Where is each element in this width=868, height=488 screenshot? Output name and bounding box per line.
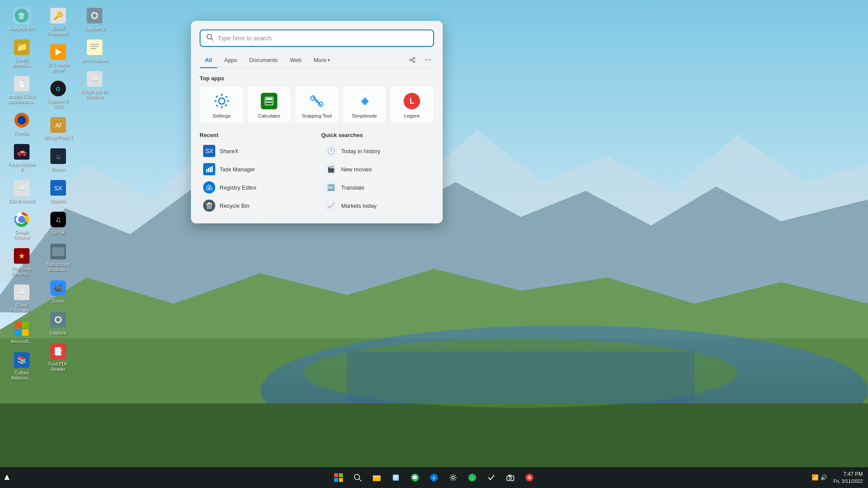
desktop-icon-foxit[interactable]: 📑 Foxit PDF Reader bbox=[41, 340, 76, 375]
svg-rect-111 bbox=[339, 478, 343, 482]
taskbar-left bbox=[0, 474, 87, 481]
desktop-icon-capture[interactable]: Capture bbox=[41, 308, 76, 338]
svg-rect-86 bbox=[266, 98, 272, 100]
desktop-icon-tiktok[interactable]: ♫ TikTok bbox=[41, 208, 76, 238]
recent-taskmanager[interactable]: Task Manager bbox=[200, 160, 312, 178]
svg-rect-59 bbox=[87, 39, 102, 55]
desktop-icon-rdr[interactable]: ★ Red Dead Redemp... bbox=[4, 245, 39, 279]
desktop-icon-icloud-pl[interactable]: ☁️ iCloud Plasmater... bbox=[4, 281, 39, 316]
svg-rect-103 bbox=[206, 203, 212, 204]
system-tray: 📶 🔊 bbox=[808, 474, 831, 481]
recent-registry-editor[interactable]: Registry Editor bbox=[200, 178, 312, 197]
svg-text:📚: 📚 bbox=[17, 355, 27, 365]
desktop-icon-recycle-bin[interactable]: 🗑 Recycle Bin bbox=[4, 4, 39, 34]
qs-translate[interactable]: 🔤 Translate bbox=[321, 178, 434, 197]
desktop-icon-zoom[interactable]: 📹 Zoom bbox=[41, 277, 76, 307]
taskbar-right: 📶 🔊 7:47 PM Fri, 3/11/2022 bbox=[808, 471, 868, 484]
svg-rect-27 bbox=[15, 322, 21, 328]
taskbar-settings-button[interactable] bbox=[444, 469, 462, 486]
desktop-icon-vlc[interactable]: VLC media player bbox=[41, 41, 76, 75]
task-manager-icon bbox=[203, 163, 215, 175]
markets-icon: 📈 bbox=[325, 200, 337, 212]
svg-rect-119 bbox=[394, 477, 398, 478]
taskbar-search-button[interactable] bbox=[349, 469, 366, 486]
qs-new-movies[interactable]: 🎬 New movies bbox=[321, 160, 434, 178]
desktop-icon-icloud-app[interactable]: ☁️ iCloud app for Windows bbox=[77, 68, 112, 102]
svg-text:Af: Af bbox=[55, 122, 61, 129]
desktop-icon-capture2[interactable]: Capture 2 bbox=[77, 4, 112, 34]
svg-text:♫: ♫ bbox=[470, 475, 474, 480]
taskbar-edge-button[interactable]: e bbox=[425, 469, 443, 486]
app-tile-legere[interactable]: L Legere bbox=[390, 86, 434, 123]
desktop-icon-affinity[interactable]: Af Affinity Photo 2 bbox=[41, 114, 76, 143]
desktop-icon-firefox[interactable]: Firefox bbox=[4, 109, 39, 139]
sharex-icon: SX bbox=[203, 145, 215, 157]
tab-more[interactable]: More ▾ bbox=[309, 54, 335, 66]
share-icon[interactable] bbox=[406, 54, 418, 66]
tab-apps[interactable]: Apps bbox=[219, 54, 243, 66]
app-tile-snipping-label: Snipping Tool bbox=[302, 113, 332, 118]
svg-point-73 bbox=[427, 59, 428, 60]
desktop-icon-chrome[interactable]: Google Chrome bbox=[4, 208, 39, 243]
svg-text:🔑: 🔑 bbox=[53, 11, 63, 20]
taskbar: 💬 e bbox=[0, 467, 868, 488]
svg-point-72 bbox=[425, 59, 426, 60]
svg-rect-102 bbox=[208, 203, 210, 203]
svg-marker-107 bbox=[4, 475, 10, 480]
svg-line-132 bbox=[455, 475, 456, 476]
history-icon: 🕐 bbox=[325, 145, 337, 157]
desktop-icon-microsoft[interactable]: Microsoft... bbox=[4, 318, 39, 347]
app-tile-calculator[interactable]: Calculator bbox=[247, 86, 292, 123]
desktop-icon-ansible[interactable]: 📄 ansible iCloud passwords a... bbox=[4, 72, 39, 107]
svg-rect-116 bbox=[373, 475, 376, 477]
svg-point-141 bbox=[529, 477, 531, 479]
svg-text:☁️: ☁️ bbox=[17, 183, 27, 193]
svg-rect-79 bbox=[214, 101, 217, 102]
qs-today-history[interactable]: 🕐 Today in history bbox=[321, 142, 434, 160]
recent-sharex[interactable]: SX ShareX bbox=[200, 142, 312, 160]
quick-searches-section: Quick searches 🕐 Today in history 🎬 New … bbox=[321, 132, 434, 215]
taskbar-tick-button[interactable] bbox=[483, 469, 500, 486]
desktop-icon-logitech[interactable]: G Logitech G HUB bbox=[41, 77, 76, 112]
svg-text:◈: ◈ bbox=[360, 95, 368, 106]
desktop-icon-steam[interactable]: ♨ Steam bbox=[41, 145, 76, 175]
qs-markets[interactable]: 📈 Markets today bbox=[321, 197, 434, 215]
svg-point-16 bbox=[17, 116, 26, 124]
app-tile-settings[interactable]: Settings bbox=[200, 86, 244, 123]
desktop-icon-icloud-wem[interactable]: ☁️ iCloud w.emill bbox=[4, 177, 39, 206]
app-tile-snipping[interactable]: Snipping Tool bbox=[295, 86, 339, 123]
tab-web[interactable]: Web bbox=[285, 54, 307, 66]
more-options-icon[interactable] bbox=[422, 54, 434, 66]
svg-rect-80 bbox=[227, 101, 229, 102]
search-input[interactable] bbox=[218, 35, 427, 42]
svg-rect-48 bbox=[52, 247, 64, 256]
svg-rect-120 bbox=[394, 478, 397, 479]
desktop-icon-sharex[interactable]: SX ShareX bbox=[41, 177, 76, 206]
taskbar-spotify-button[interactable]: ♫ bbox=[464, 469, 481, 486]
desktop-icon-cultura[interactable]: 📚 Cultura Addiomu... bbox=[4, 349, 39, 383]
taskbar-camera-button[interactable] bbox=[502, 469, 519, 486]
taskbar-explorer-button[interactable] bbox=[368, 469, 385, 486]
svg-text:📄: 📄 bbox=[18, 81, 26, 88]
taskbar-clock[interactable]: 7:47 PM Fri, 3/11/2022 bbox=[833, 471, 863, 484]
desktop-icon-forza[interactable]: 🚗 Forza Horizon 5 bbox=[4, 141, 39, 175]
recent-recycle-bin[interactable]: Recycle Bin bbox=[200, 197, 312, 215]
desktop-icon-icloud-pass[interactable]: 🔑 iCloud Passwords bbox=[41, 4, 76, 39]
app-tile-simplenote[interactable]: ◈ Simplenote bbox=[342, 86, 387, 123]
legere-app-icon: L bbox=[403, 92, 421, 110]
svg-rect-96 bbox=[206, 169, 207, 172]
tab-all[interactable]: All bbox=[200, 54, 217, 66]
desktop-icon-article[interactable]: article ideas bbox=[77, 36, 112, 66]
start-button[interactable] bbox=[330, 469, 347, 486]
tab-documents[interactable]: Documents bbox=[244, 54, 283, 66]
svg-text:☁️: ☁️ bbox=[17, 288, 27, 297]
desktop-icon-lonely[interactable]: 📁 Lonely pianolla... bbox=[4, 36, 39, 71]
search-bar[interactable] bbox=[200, 29, 434, 47]
taskbar-browser-button[interactable] bbox=[521, 469, 538, 486]
taskbar-center: 💬 e bbox=[330, 469, 538, 486]
registry-editor-icon bbox=[203, 181, 215, 193]
taskbar-file-button[interactable] bbox=[387, 469, 404, 486]
taskbar-whatsapp-button[interactable]: 💬 bbox=[406, 469, 424, 486]
svg-point-74 bbox=[430, 59, 431, 60]
desktop-icon-background[interactable]: Background Windows... bbox=[41, 240, 76, 275]
